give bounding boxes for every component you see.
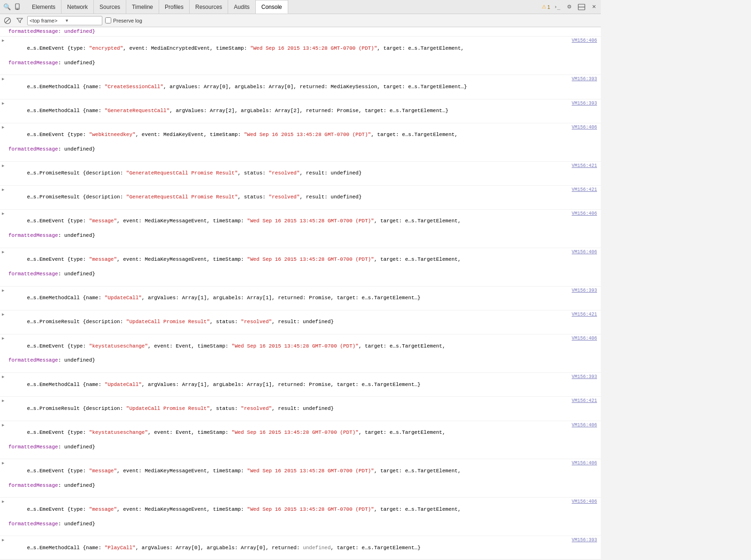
terminal-icon[interactable]: ›_ [552,2,562,12]
warning-badge[interactable]: ⚠ 1 [542,4,550,10]
tab-network[interactable]: Network [61,0,94,14]
log-source[interactable]: VM156:393 [572,100,597,107]
expand-arrow[interactable]: ▶ [2,460,8,467]
svg-rect-0 [15,4,19,9]
log-entry: ▶ e…s.PromiseResult {description: "Gener… [0,186,601,210]
log-entry: ▶ e…s.EmeEvent {type: "webkitneedkey", e… [0,123,601,162]
frame-selector[interactable]: <top frame> ▼ [27,16,102,25]
log-text: e…s.PromiseResult {description: "Generat… [8,163,601,184]
log-text: e…s.EmeEvent {type: "keystatuseschange",… [8,335,601,371]
expand-arrow [2,28,8,29]
log-text: e…s.PromiseResult {description: "Generat… [8,187,601,208]
log-entry: ▶ e…s.EmeMethodCall {name: "CreateSessio… [0,75,601,99]
log-source[interactable]: VM156:406 [572,499,597,505]
svg-rect-2 [16,8,19,8]
expand-arrow[interactable]: ▶ [2,398,8,404]
expand-arrow[interactable]: ▶ [2,422,8,429]
log-entry: ▶ e…s.EmeEvent {type: "message", event: … [0,498,601,536]
log-source[interactable]: VM156:421 [572,163,597,169]
tab-elements[interactable]: Elements [26,0,61,14]
settings-icon[interactable]: ⚙ [564,2,575,12]
log-source[interactable]: VM156:421 [572,311,597,318]
warning-icon: ⚠ [542,4,546,10]
expand-arrow[interactable]: ▶ [2,374,8,380]
tab-timeline[interactable]: Timeline [126,0,159,14]
log-text: e…s.EmeEvent {type: "keystatuseschange",… [8,422,601,458]
device-icon[interactable] [13,2,23,12]
log-entry: ▶ e…s.PromiseResult {description: "Updat… [0,310,601,334]
log-entry: ▶ e…s.EmeMethodCall {name: "UpdateCall",… [0,287,601,310]
tab-bar: 🔍 Elements Network Sources Timeline Prof… [0,0,601,14]
log-source[interactable]: VM156:393 [572,537,597,544]
log-entry: ▶ e…s.PromiseResult {description: "Gener… [0,162,601,186]
log-text: e…s.EmeEvent {type: "encrypted", event: … [8,38,601,74]
log-entry: ▶ e…s.EmeMethodCall {name: "GenerateRequ… [0,99,601,123]
expand-arrow[interactable]: ▶ [2,124,8,131]
clear-button[interactable] [3,16,12,25]
tab-sources[interactable]: Sources [94,0,126,14]
expand-arrow[interactable]: ▶ [2,499,8,505]
log-source[interactable]: VM156:393 [572,76,597,83]
expand-arrow[interactable]: ▶ [2,335,8,342]
warning-count: 1 [547,4,550,10]
dock-icon[interactable] [576,2,587,12]
log-entry: ▶ e…s.EmeEvent {type: "message", event: … [0,459,601,498]
log-entry: ▶ e…s.EmeEvent {type: "keystatuseschange… [0,421,601,460]
preserve-log-checkbox[interactable] [105,17,111,23]
expand-arrow[interactable]: ▶ [2,311,8,318]
close-icon[interactable]: ✕ [589,2,599,12]
log-text: e…s.EmeMethodCall {name: "UpdateCall", a… [8,288,601,309]
log-source[interactable]: VM156:406 [572,335,597,342]
tab-bar-right: ⚠ 1 ›_ ⚙ ✕ [542,2,599,12]
log-entry: ▶ e…s.PromiseResult {description: "Updat… [0,397,601,421]
log-text: e…s.PromiseResult {description: "UpdateC… [8,311,601,333]
log-text: e…s.EmeEvent {type: "message", event: Me… [8,499,601,535]
console-content: formattedMessage: undefined} ▶ e…s.EmeEv… [0,27,601,559]
log-source[interactable]: VM156:421 [572,187,597,193]
expand-arrow[interactable]: ▶ [2,76,8,83]
log-entry: ▶ e…s.EmeMethodCall {name: "PlayCall", a… [0,536,601,559]
log-entry: ▶ e…s.EmeEvent {type: "message", event: … [0,248,601,287]
log-source[interactable]: VM156:393 [572,374,597,380]
log-text: e…s.EmeEvent {type: "message", event: Me… [8,249,601,285]
log-text: e…s.EmeMethodCall {name: "GenerateReques… [8,100,601,122]
devtools-icons: 🔍 [2,2,26,12]
log-source[interactable]: VM156:406 [572,460,597,467]
expand-arrow[interactable]: ▶ [2,187,8,193]
log-source[interactable]: VM156:406 [572,249,597,256]
search-icon[interactable]: 🔍 [2,2,12,12]
log-source[interactable]: VM156:406 [572,38,597,44]
tab-profiles[interactable]: Profiles [159,0,190,14]
log-source[interactable]: VM156:393 [572,288,597,294]
tab-audits[interactable]: Audits [228,0,255,14]
expand-arrow[interactable]: ▶ [2,537,8,544]
frame-selector-label: <top frame> [30,18,65,23]
tab-console[interactable]: Console [256,0,288,14]
svg-line-6 [6,19,9,23]
log-text: e…s.EmeEvent {type: "message", event: Me… [8,211,601,247]
log-source[interactable]: VM156:406 [572,422,597,429]
expand-arrow[interactable]: ▶ [2,38,8,44]
expand-arrow[interactable]: ▶ [2,288,8,294]
log-source[interactable]: VM156:406 [572,211,597,217]
log-source[interactable]: VM156:421 [572,398,597,404]
expand-arrow[interactable]: ▶ [2,249,8,256]
log-entry: ▶ e…s.EmeEvent {type: "keystatuseschange… [0,334,601,373]
log-text: e…s.EmeEvent {type: "webkitneedkey", eve… [8,124,601,160]
log-text: formattedMessage: undefined} [8,28,601,35]
expand-arrow[interactable]: ▶ [2,163,8,169]
preserve-log-text: Preserve log [113,18,142,23]
console-toolbar: <top frame> ▼ Preserve log [0,14,601,27]
expand-arrow[interactable]: ▶ [2,100,8,107]
log-text: e…s.PromiseResult {description: "UpdateC… [8,398,601,419]
filter-button[interactable] [15,16,24,25]
preserve-log-label[interactable]: Preserve log [105,17,142,23]
log-source[interactable]: VM156:406 [572,124,597,131]
log-entry: ▶ e…s.EmeEvent {type: "encrypted", event… [0,37,601,75]
svg-rect-1 [16,9,18,10]
tab-resources[interactable]: Resources [190,0,228,14]
log-entry: ▶ e…s.EmeEvent {type: "message", event: … [0,210,601,248]
chevron-down-icon: ▼ [65,18,100,23]
expand-arrow[interactable]: ▶ [2,211,8,217]
log-entry: formattedMessage: undefined} [0,27,601,37]
